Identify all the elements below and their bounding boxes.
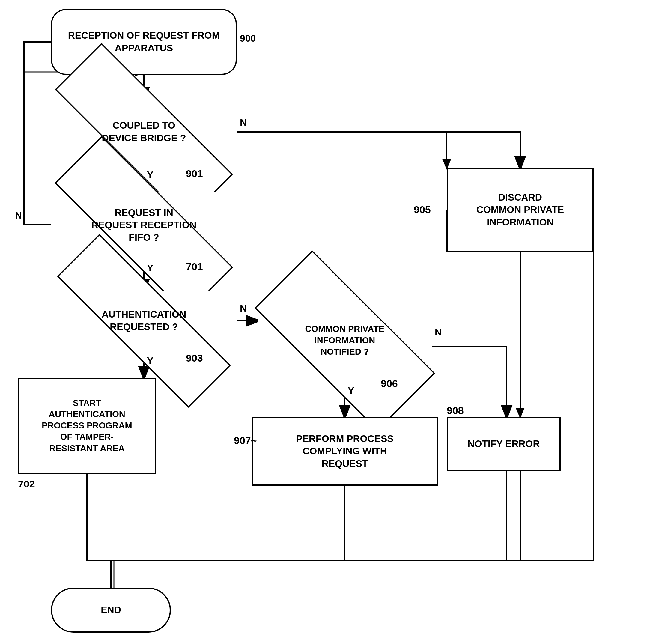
label-901-y: Y <box>147 169 153 181</box>
label-907: PERFORM PROCESSCOMPLYING WITHREQUEST <box>296 433 393 470</box>
end-node: END <box>51 588 171 632</box>
label-701-n: N <box>15 210 22 221</box>
node-908: NOTIFY ERROR <box>447 417 561 471</box>
label-906-y: Y <box>348 385 354 396</box>
node-702: STARTAUTHENTICATIONPROCESS PROGRAMOF TAM… <box>18 378 156 474</box>
diamond-text-903: AUTHENTICATIONREQUESTED ? <box>51 291 237 351</box>
label-906-n: N <box>435 327 442 338</box>
ref-701: 701 <box>186 261 203 273</box>
node-906: COMMON PRIVATEINFORMATIONNOTIFIED ? <box>258 300 432 382</box>
end-label: END <box>101 604 121 616</box>
label-906: COMMON PRIVATEINFORMATIONNOTIFIED ? <box>305 323 385 358</box>
ref-702: 702 <box>18 478 35 490</box>
label-903-n: N <box>240 303 247 314</box>
label-901-n: N <box>240 117 247 128</box>
diamond-text-901: COUPLED TODEVICE BRIDGE ? <box>51 99 237 165</box>
label-702: STARTAUTHENTICATIONPROCESS PROGRAMOF TAM… <box>42 397 132 454</box>
ref-900: 900 <box>240 33 256 44</box>
label-701-y: Y <box>147 262 153 274</box>
label-903-y: Y <box>147 355 153 366</box>
node-905: DISCARDCOMMON PRIVATEINFORMATION <box>447 168 594 252</box>
ref-901: 901 <box>186 168 203 180</box>
node-701: REQUEST INREQUEST RECEPTIONFIFO ? <box>51 192 237 258</box>
node-907: PERFORM PROCESSCOMPLYING WITHREQUEST <box>252 417 438 486</box>
node-903: AUTHENTICATIONREQUESTED ? <box>51 291 237 351</box>
flowchart-diagram: RECEPTION OF REQUEST FROM APPARATUS 900 … <box>0 0 662 644</box>
ref-903: 903 <box>186 352 203 364</box>
label-905: DISCARDCOMMON PRIVATEINFORMATION <box>476 191 564 229</box>
diamond-text-906: COMMON PRIVATEINFORMATIONNOTIFIED ? <box>258 300 432 382</box>
ref-907: 907~ <box>234 435 257 446</box>
label-908: NOTIFY ERROR <box>467 438 540 450</box>
label-701: REQUEST INREQUEST RECEPTIONFIFO ? <box>91 207 197 244</box>
diamond-text-701: REQUEST INREQUEST RECEPTIONFIFO ? <box>51 192 237 258</box>
ref-908: 908 <box>447 405 464 416</box>
ref-905: 905 <box>414 204 431 215</box>
label-903: AUTHENTICATIONREQUESTED ? <box>101 308 186 333</box>
node-901: COUPLED TODEVICE BRIDGE ? <box>51 99 237 165</box>
start-label: RECEPTION OF REQUEST FROM APPARATUS <box>52 29 236 54</box>
label-901: COUPLED TODEVICE BRIDGE ? <box>102 119 186 144</box>
